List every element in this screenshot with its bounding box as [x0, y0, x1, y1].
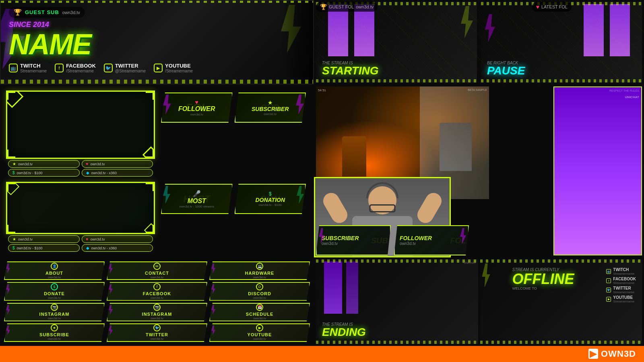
offline-youtube: ▶ YOUTUBE Streamername — [606, 295, 636, 303]
panel-subscribe-bolt — [6, 325, 10, 335]
panel-contact[interactable]: ✉ CONTacT own3d.tv — [107, 261, 207, 280]
offline-big: OFFLINE — [512, 272, 574, 286]
subscribe-label: SUBSCRIBE — [39, 332, 69, 337]
panel-subscribe[interactable]: ★ SUBSCRIBE own3d.tv — [4, 323, 105, 342]
panel-about[interactable]: 👤 ABOUT own3d.tv — [4, 261, 105, 280]
subscriber-star-icon: ★ — [268, 99, 273, 106]
twitter-panel-sub: own3d.tv — [151, 337, 163, 341]
diamond-stat-icon: ◆ — [86, 171, 89, 175]
offline-twitter: 🐦 TWITTER Streamername — [606, 286, 636, 294]
youtube-panel-icon: ▶ — [256, 324, 263, 331]
dollar-stat-text: own3d.tv - $100 — [17, 171, 43, 175]
offline-label-area: STREAM IS CURRENTLY OFFLINE WELCOME TO — [512, 267, 574, 290]
about-icon: 👤 — [51, 263, 58, 270]
ending-big: ENDING — [322, 327, 366, 338]
stat-dollar-2: $ own3d.tv - $100 — [8, 244, 80, 252]
discord-icon: D — [256, 283, 263, 290]
offline-youtube-handle: Streamername — [613, 300, 634, 303]
unichat-label: UNICHAT — [625, 95, 639, 99]
offline-twitch-icon: 📺 — [606, 269, 611, 274]
donation-label: DONATION — [255, 197, 285, 203]
panels-section: 👤 ABOUT own3d.tv ✉ CONTacT own3d.tv 💻 HA… — [0, 257, 314, 346]
donate-label: DONATE — [44, 291, 65, 296]
twitter-social: 🐦 TWITTER @Streamername — [104, 63, 146, 73]
instagram2-icon: 📷 — [153, 304, 161, 311]
offline-facebook-info: FACEBOOK Streamername — [613, 277, 636, 285]
offline-twitter-info: TWITTER Streamername — [613, 286, 634, 294]
ending-purple2 — [346, 261, 358, 314]
youtube-info: YOUTUBE /Streamername — [165, 63, 193, 73]
panel-facebook[interactable]: f FACEBOOK own3d.tv — [107, 282, 207, 300]
donation-alert: $ DONATION own3d.tv - $100 DON — [235, 184, 306, 214]
hardware-label: HARDWARE — [245, 271, 275, 276]
footer-logo-play: ▶ — [588, 349, 598, 359]
top-badges-right: ♥ LATEST FOL — [532, 2, 572, 12]
offline-top-stripe — [480, 259, 642, 263]
panel-schedule[interactable]: 📅 SCHEDULE own3d.tv — [209, 303, 310, 321]
instagram-label: INSTAGRAM — [39, 312, 70, 317]
dollar-stat-icon-2: $ — [12, 246, 15, 250]
right-top-section: 🏆 GUEST FOL own3d.tv ♥ LATEST FOL THE ST… — [314, 0, 644, 84]
sub-strip-bg: SUB — [371, 236, 388, 245]
panel-instagram2[interactable]: 📷 INSTAGRAM own3d.tv — [107, 303, 207, 321]
heart-stat-icon-2: ♥ — [86, 237, 89, 241]
most-label: MOST — [188, 197, 206, 205]
panel-discord[interactable]: D DISCORD own3d.tv — [209, 282, 310, 300]
youtube-social: ▶ YOUTUBE /Streamername — [154, 63, 193, 73]
discord-label: DISCORD — [248, 291, 271, 296]
panel-instagram2-bolt — [109, 305, 113, 315]
twitter-handle: @Streamername — [115, 69, 146, 73]
offline-twitch: 📺 TWITCH Streamername — [606, 267, 636, 276]
panel-hardware[interactable]: 💻 HARDWARE own3d.tv — [209, 261, 310, 280]
pause-screen: BE RIGHT BACK PAUSE — [481, 2, 642, 82]
stat-star-2: ★ own3d.tv — [8, 235, 80, 243]
panel-donate[interactable]: $ DONATE own3d.tv — [4, 282, 105, 300]
offline-youtube-label: YOUTUBE — [613, 295, 634, 300]
guest-sub-text: GUEST SUB — [25, 9, 59, 15]
subscribe-sub: own3d.tv — [48, 337, 61, 341]
diamond-stat-text: own3d.tv - x360 — [91, 171, 117, 175]
instagram2-sub: own3d.tv — [151, 317, 163, 320]
guest-icon: 🏆 — [320, 4, 327, 10]
dollar-stat-text-2: own3d.tv - $100 — [17, 246, 43, 250]
youtube-label: YOUTUBE — [165, 63, 193, 69]
twitch-icon: 📺 — [9, 64, 18, 72]
subscriber-alert: ★ SUBSCRIBER own3d.tv SUB — [235, 93, 306, 123]
ending-top-stripe — [316, 259, 478, 263]
panel-youtube[interactable]: ▶ YOUTUBE own3d.tv — [209, 323, 310, 342]
most-donation-column: 🎤 MOST own3d.tv - 1000 viewers HOST $ DO… — [157, 180, 310, 255]
heart-stat-text: own3d.tv — [90, 162, 105, 166]
schedule-sub: own3d.tv — [253, 317, 266, 320]
offline-twitter-icon: 🐦 — [606, 288, 611, 292]
twitter-label: TWITTER — [115, 63, 146, 69]
game-overlay-text: BETA SAMPLE — [468, 88, 487, 91]
follower-subscriber-alerts: ♥ FOLLOWER own3d.tv FOL ★ SUBSCRIBER own… — [161, 93, 306, 123]
panel-instagram[interactable]: 📷 INSTAGRAM own3d.tv — [4, 303, 105, 321]
star-stat-text: own3d.tv — [18, 162, 33, 166]
top-badges: 🏆 GUEST FOL own3d.tv — [316, 2, 378, 12]
facebook-handle: /Streamername — [66, 69, 96, 73]
follower-alert: ♥ FOLLOWER own3d.tv FOL — [161, 93, 233, 123]
offline-panel: STREAM IS CURRENTLY OFFLINE WELCOME TO 📺… — [480, 259, 642, 344]
footer-bar: ▶ OWN3D — [0, 346, 644, 362]
panel-hardware-bolt — [211, 263, 215, 274]
ending-panel: UNICHAT THE STREAM IS ENDING — [316, 259, 478, 344]
offline-twitch-info: TWITCH Streamername — [613, 267, 634, 276]
heart-stat-icon: ♥ — [86, 162, 89, 166]
twitch-social: 📺 TWITCH Streamername — [9, 63, 47, 73]
pause-content: BE RIGHT BACK PAUSE — [481, 2, 642, 82]
guest-sub-badge: 🏆 GUEST SUB own3d.tv — [9, 7, 85, 18]
panel-about-bolt — [6, 263, 10, 274]
panel-twitter[interactable]: 🐦 TWITTER own3d.tv — [107, 323, 207, 342]
corner-diamond-br — [142, 146, 155, 159]
guest-fol-badge: 🏆 GUEST FOL own3d.tv — [316, 2, 378, 12]
stats-row-1: ★ own3d.tv ♥ own3d.tv — [8, 160, 153, 168]
instagram-sub: own3d.tv — [48, 317, 61, 320]
offline-socials: 📺 TWITCH Streamername f FACEBOOK Streame… — [602, 263, 640, 307]
ending-content: THE STREAM IS ENDING — [322, 322, 366, 338]
offline-facebook-handle: Streamername — [613, 281, 636, 285]
trophy-icon: 🏆 — [14, 8, 22, 16]
panel-instagram-bolt — [6, 305, 10, 315]
stat-heart-2: ♥ own3d.tv — [82, 235, 153, 243]
cam-widget-2: ★ own3d.tv ♥ own3d.tv $ own3d.tv - $100 … — [6, 182, 155, 253]
